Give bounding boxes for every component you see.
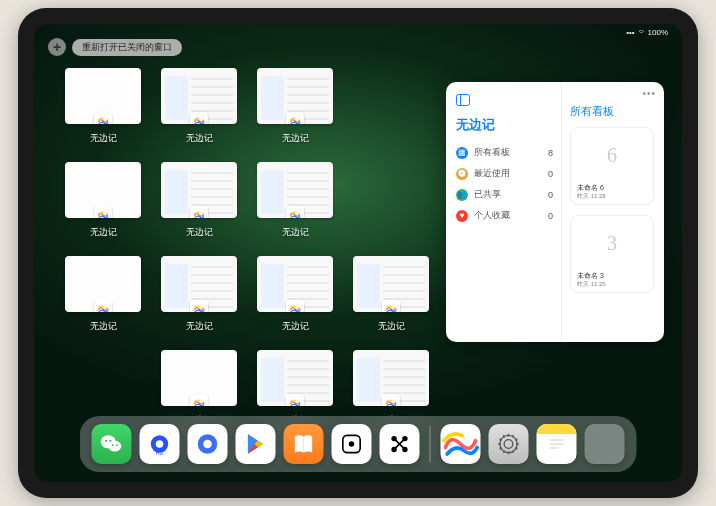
filter-count: 0 bbox=[548, 190, 553, 200]
wifi-icon: ⌔ bbox=[639, 28, 644, 37]
quark-icon[interactable] bbox=[188, 424, 228, 464]
switcher-card[interactable]: 无边记 bbox=[256, 256, 334, 344]
filter-label: 已共享 bbox=[474, 188, 501, 201]
freeform-app-icon bbox=[94, 300, 112, 312]
freeform-app-icon bbox=[94, 112, 112, 124]
switcher-card[interactable]: 无边记 bbox=[64, 68, 142, 156]
window-thumbnail bbox=[161, 162, 237, 218]
freeform-app-icon bbox=[286, 206, 304, 218]
freeform-app-icon bbox=[382, 394, 400, 406]
settings-icon[interactable] bbox=[489, 424, 529, 464]
filter-item[interactable]: ♥个人收藏0 bbox=[456, 205, 553, 226]
freeform-app-icon bbox=[382, 300, 400, 312]
window-thumbnail bbox=[65, 256, 141, 312]
freeform-app-icon bbox=[190, 394, 208, 406]
window-thumbnail bbox=[161, 350, 237, 406]
window-thumbnail bbox=[65, 162, 141, 218]
new-window-button[interactable]: + bbox=[48, 38, 66, 56]
freeform-app-icon bbox=[286, 300, 304, 312]
board-meta: 未命名 3昨天 11:25 bbox=[571, 270, 653, 292]
switcher-card[interactable]: 无边记 bbox=[64, 162, 142, 250]
switcher-card[interactable]: 无边记 bbox=[160, 256, 238, 344]
filter-count: 0 bbox=[548, 169, 553, 179]
switcher-card[interactable]: 无边记 bbox=[352, 256, 430, 344]
freeform-app-icon bbox=[94, 206, 112, 218]
popover-main: ••• 所有看板 6未命名 6昨天 11:283未命名 3昨天 11:25 bbox=[562, 82, 664, 342]
sidebar-toggle-icon[interactable] bbox=[456, 92, 470, 110]
window-label: 无边记 bbox=[90, 226, 117, 239]
svg-point-7 bbox=[116, 444, 118, 446]
freeform-icon[interactable] bbox=[441, 424, 481, 464]
signal-icon: ••• bbox=[626, 28, 634, 37]
freeform-popover: 无边记 ▦所有看板8🕘最近使用0👥已共享0♥个人收藏0 ••• 所有看板 6未命… bbox=[446, 82, 664, 342]
filter-item[interactable]: 👥已共享0 bbox=[456, 184, 553, 205]
switcher-card[interactable]: 无边记 bbox=[256, 162, 334, 250]
filter-item[interactable]: 🕘最近使用0 bbox=[456, 163, 553, 184]
books-icon[interactable] bbox=[284, 424, 324, 464]
switcher-card[interactable]: 无边记 bbox=[160, 162, 238, 250]
status-bar: ••• ⌔ 100% bbox=[626, 28, 668, 37]
window-label: 无边记 bbox=[186, 132, 213, 145]
dice-icon[interactable] bbox=[332, 424, 372, 464]
grid-icon: ▦ bbox=[456, 147, 468, 159]
window-thumbnail bbox=[65, 68, 141, 124]
window-label: 无边记 bbox=[186, 226, 213, 239]
svg-point-9 bbox=[156, 440, 164, 448]
app-switcher: 无边记无边记无边记无边记无边记无边记无边记无边记无边记无边记无边记无边记无边记 bbox=[64, 68, 434, 428]
clock-icon: 🕘 bbox=[456, 168, 468, 180]
play-store-icon[interactable] bbox=[236, 424, 276, 464]
notes-icon[interactable] bbox=[537, 424, 577, 464]
heart-icon: ♥ bbox=[456, 210, 468, 222]
reopen-closed-window-button[interactable]: 重新打开已关闭的窗口 bbox=[72, 39, 182, 56]
svg-point-12 bbox=[203, 440, 212, 449]
screen: ••• ⌔ 100% + 重新打开已关闭的窗口 无边记无边记无边记无边记无边记无… bbox=[34, 24, 682, 482]
window-thumbnail bbox=[161, 68, 237, 124]
window-label: 无边记 bbox=[282, 132, 309, 145]
filter-label: 个人收藏 bbox=[474, 209, 510, 222]
svg-point-4 bbox=[105, 440, 107, 442]
switcher-card[interactable]: 无边记 bbox=[256, 68, 334, 156]
window-label: 无边记 bbox=[282, 226, 309, 239]
freeform-app-icon bbox=[190, 112, 208, 124]
svg-point-3 bbox=[108, 441, 121, 452]
top-controls: + 重新打开已关闭的窗口 bbox=[48, 38, 182, 56]
freeform-app-icon bbox=[190, 300, 208, 312]
popover-sidebar: 无边记 ▦所有看板8🕘最近使用0👥已共享0♥个人收藏0 bbox=[446, 82, 562, 342]
filter-label: 所有看板 bbox=[474, 146, 510, 159]
switcher-card[interactable]: 无边记 bbox=[160, 68, 238, 156]
svg-point-6 bbox=[112, 444, 114, 446]
matrix-icon[interactable] bbox=[380, 424, 420, 464]
more-button[interactable]: ••• bbox=[642, 88, 656, 99]
app-library-icon[interactable] bbox=[585, 424, 625, 464]
svg-point-22 bbox=[504, 440, 513, 449]
window-label: 无边记 bbox=[378, 320, 405, 333]
window-thumbnail bbox=[353, 256, 429, 312]
filter-count: 8 bbox=[548, 148, 553, 158]
quark-hd-icon[interactable]: HD bbox=[140, 424, 180, 464]
ipad-frame: ••• ⌔ 100% + 重新打开已关闭的窗口 无边记无边记无边记无边记无边记无… bbox=[18, 8, 698, 498]
people-icon: 👥 bbox=[456, 189, 468, 201]
filter-label: 最近使用 bbox=[474, 167, 510, 180]
board-card[interactable]: 3未命名 3昨天 11:25 bbox=[570, 215, 654, 293]
board-card[interactable]: 6未命名 6昨天 11:28 bbox=[570, 127, 654, 205]
dock: HD bbox=[80, 416, 637, 472]
freeform-app-icon bbox=[190, 206, 208, 218]
window-label: 无边记 bbox=[90, 320, 117, 333]
svg-text:HD: HD bbox=[156, 450, 164, 456]
svg-rect-0 bbox=[457, 95, 470, 106]
window-thumbnail bbox=[257, 350, 333, 406]
popover-title: 无边记 bbox=[456, 116, 553, 134]
freeform-app-icon bbox=[286, 112, 304, 124]
dock-divider bbox=[430, 426, 431, 462]
window-thumbnail bbox=[161, 256, 237, 312]
svg-point-5 bbox=[109, 440, 111, 442]
filter-item[interactable]: ▦所有看板8 bbox=[456, 142, 553, 163]
board-preview: 3 bbox=[571, 216, 653, 270]
wechat-icon[interactable] bbox=[92, 424, 132, 464]
window-label: 无边记 bbox=[90, 132, 117, 145]
svg-point-14 bbox=[349, 441, 354, 446]
switcher-card[interactable]: 无边记 bbox=[64, 256, 142, 344]
window-label: 无边记 bbox=[186, 320, 213, 333]
filter-count: 0 bbox=[548, 211, 553, 221]
window-thumbnail bbox=[257, 68, 333, 124]
